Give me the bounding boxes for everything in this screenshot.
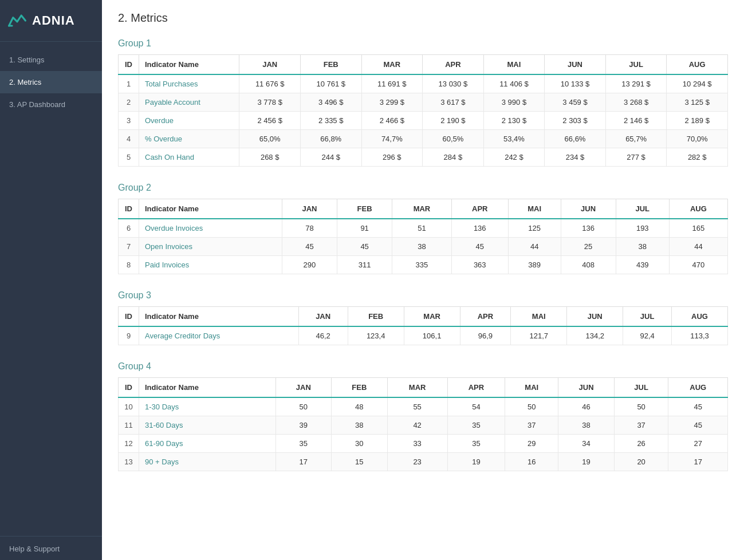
col-header-jan: JAN: [275, 378, 332, 398]
sidebar-item-metrics[interactable]: 2. Metrics: [0, 71, 102, 93]
col-header-indicator name: Indicator Name: [139, 199, 282, 219]
row-value: 51: [392, 219, 452, 238]
row-value: 3 268 $: [605, 93, 667, 112]
col-header-jun: JUN: [545, 55, 606, 75]
row-id: 9: [119, 326, 139, 345]
sidebar: ADNIA 1. Settings 2. Metrics 3. AP Dashb…: [0, 0, 102, 560]
row-value: 44: [508, 238, 561, 256]
row-id: 2: [119, 93, 139, 112]
row-value: 277 $: [605, 148, 667, 167]
col-header-aug: AUG: [667, 55, 728, 75]
row-value: 65,7%: [605, 130, 667, 148]
table-row: 6Overdue Invoices789151136125136193165: [119, 219, 728, 238]
row-id: 5: [119, 148, 139, 167]
row-value: 2 335 $: [300, 112, 361, 130]
row-value: 363: [451, 256, 508, 274]
row-name: Overdue: [139, 112, 239, 130]
row-id: 10: [119, 397, 139, 416]
group-title-group3: Group 3: [118, 290, 728, 301]
row-value: 3 459 $: [545, 93, 606, 112]
col-header-jun: JUN: [561, 199, 616, 219]
row-name: 31-60 Days: [139, 416, 276, 435]
sidebar-item-help-support[interactable]: Help & Support: [0, 536, 102, 560]
col-header-jan: JAN: [282, 199, 337, 219]
row-value: 33: [387, 435, 447, 453]
table-row: 4% Overdue65,0%66,8%74,7%60,5%53,4%66,6%…: [119, 130, 728, 148]
row-id: 8: [119, 256, 139, 274]
row-value: 39: [275, 416, 332, 435]
row-value: 78: [282, 219, 337, 238]
col-header-mai: MAI: [508, 199, 561, 219]
row-value: 46,2: [298, 326, 348, 345]
table-row: 3Overdue2 456 $2 335 $2 466 $2 190 $2 13…: [119, 112, 728, 130]
row-value: 42: [387, 416, 447, 435]
row-value: 65,0%: [239, 130, 301, 148]
sidebar-item-ap-dashboard[interactable]: 3. AP Dashboard: [0, 93, 102, 116]
row-value: 35: [447, 416, 505, 435]
group-title-group2: Group 2: [118, 183, 728, 193]
col-header-mar: MAR: [392, 199, 452, 219]
row-value: 2 190 $: [423, 112, 484, 130]
logo-area: ADNIA: [0, 0, 102, 42]
row-value: 38: [558, 416, 615, 435]
col-header-mai: MAI: [505, 378, 558, 398]
row-value: 45: [451, 238, 508, 256]
row-value: 50: [505, 397, 558, 416]
col-header-aug: AUG: [669, 199, 727, 219]
row-value: 2 456 $: [239, 112, 301, 130]
row-value: 45: [668, 397, 728, 416]
row-id: 13: [119, 453, 139, 471]
row-value: 19: [447, 453, 505, 471]
col-header-feb: FEB: [337, 199, 392, 219]
row-value: 242 $: [483, 148, 545, 167]
row-value: 268 $: [239, 148, 301, 167]
table-group4: IDIndicator NameJANFEBMARAPRMAIJUNJULAUG…: [118, 377, 728, 471]
col-header-jan: JAN: [298, 307, 348, 327]
row-value: 38: [332, 416, 388, 435]
row-value: 38: [616, 238, 669, 256]
row-value: 50: [614, 397, 668, 416]
row-name: 1-30 Days: [139, 397, 276, 416]
row-value: 17: [668, 453, 728, 471]
row-value: 11 676 $: [239, 74, 301, 93]
col-header-mar: MAR: [404, 307, 460, 327]
col-header-jun: JUN: [558, 378, 615, 398]
group-title-group1: Group 1: [118, 38, 728, 49]
row-value: 13 291 $: [605, 74, 667, 93]
table-row: 9Average Creditor Days46,2123,4106,196,9…: [119, 326, 728, 345]
row-name: Average Creditor Days: [139, 326, 299, 345]
row-name: Cash On Hand: [139, 148, 239, 167]
col-header-apr: APR: [460, 307, 511, 327]
row-id: 3: [119, 112, 139, 130]
table-group2: IDIndicator NameJANFEBMARAPRMAIJUNJULAUG…: [118, 199, 728, 274]
row-value: 34: [558, 435, 615, 453]
row-value: 389: [508, 256, 561, 274]
col-header-mar: MAR: [387, 378, 447, 398]
row-value: 125: [508, 219, 561, 238]
col-header-indicator name: Indicator Name: [139, 307, 299, 327]
row-value: 45: [282, 238, 337, 256]
sidebar-item-settings[interactable]: 1. Settings: [0, 49, 102, 71]
table-row: 8Paid Invoices290311335363389408439470: [119, 256, 728, 274]
table-row: 5Cash On Hand268 $244 $296 $284 $242 $23…: [119, 148, 728, 167]
col-header-feb: FEB: [348, 307, 404, 327]
row-value: 134,2: [567, 326, 623, 345]
row-value: 10 133 $: [545, 74, 606, 93]
col-header-mai: MAI: [511, 307, 567, 327]
row-value: 54: [447, 397, 505, 416]
row-value: 2 146 $: [605, 112, 667, 130]
col-header-aug: AUG: [668, 378, 728, 398]
row-id: 11: [119, 416, 139, 435]
row-value: 113,3: [671, 326, 727, 345]
row-value: 3 617 $: [423, 93, 484, 112]
row-value: 136: [451, 219, 508, 238]
row-id: 12: [119, 435, 139, 453]
row-value: 3 778 $: [239, 93, 301, 112]
col-header-aug: AUG: [671, 307, 727, 327]
row-value: 17: [275, 453, 332, 471]
row-value: 30: [332, 435, 388, 453]
row-value: 44: [669, 238, 727, 256]
row-value: 470: [669, 256, 727, 274]
table-row: 101-30 Days5048555450465045: [119, 397, 728, 416]
row-value: 296 $: [361, 148, 423, 167]
